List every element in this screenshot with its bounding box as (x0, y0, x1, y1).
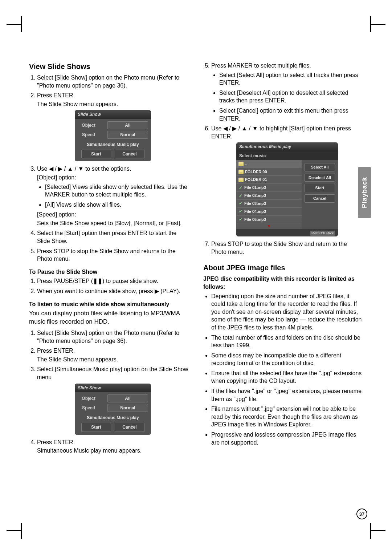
dialog-label-speed: Speed (78, 132, 99, 138)
list-item: Press ENTER. Simultaneous Music play men… (37, 438, 189, 455)
page-number: 37 (356, 509, 367, 519)
crop-mark (7, 24, 21, 25)
item-label: FOLDER 00 (245, 169, 267, 175)
list-item: Select [Slide Show] option on the Photo … (37, 329, 189, 345)
crop-mark (21, 16, 22, 32)
list-item-folder: FOLDER 01 (236, 176, 302, 184)
object-option-bullets: [Selected] Views slide show only selecte… (37, 183, 189, 209)
select-all-button: Select All (305, 163, 335, 171)
list-item-back: .. (236, 160, 302, 168)
list-item: Ensure that all the selected files have … (211, 369, 363, 385)
list-item: Select the [Start] option then press ENT… (37, 229, 189, 245)
item-label: FOLDER 01 (245, 177, 267, 182)
list-item-file: ✓ File 02.mp3 (236, 192, 302, 200)
item-label: .. (245, 161, 247, 167)
step-subtext: The Slide Show menu appears. (37, 356, 189, 364)
section-tab-playback: Playback (358, 167, 371, 218)
list-item: If the files have ".jpe" or ".jpeg" exte… (211, 387, 363, 403)
list-item: The total number of files and folders on… (211, 334, 363, 349)
list-item-file: ✓ File 03.mp3 (236, 200, 302, 208)
list-item-folder: FOLDER 00 (236, 168, 302, 176)
list-item: Select [Select All] option to select all… (219, 71, 363, 87)
crop-mark (21, 523, 22, 539)
list-item: Some discs may be incompatible due to a … (211, 352, 363, 367)
check-icon: ✓ (238, 186, 243, 190)
list-item: Select [Cancel] option to exit this menu… (219, 107, 363, 122)
step-subtext: The Slide Show menu appears. (37, 100, 189, 108)
step-subtext: Sets the Slide Show speed to [Slow], [No… (37, 219, 189, 227)
step-text: Press ENTER. (37, 92, 75, 98)
heading-view-slide-shows: View Slide Shows (29, 62, 189, 72)
list-item: Progressive and lossless compression JPE… (211, 431, 363, 446)
heading-pause-slide-show: To Pause the Slide Show (29, 268, 189, 276)
list-item: Select [Simultaneous Music play] option … (37, 365, 189, 434)
item-label: File 02.mp3 (244, 193, 266, 198)
list-item: Press STOP to stop the Slide Show and re… (211, 240, 363, 256)
crop-mark (370, 16, 371, 32)
heading-about-jpeg: About JPEG image files (203, 263, 363, 273)
crop-mark (371, 530, 385, 531)
item-label: File 03.mp3 (244, 201, 266, 206)
list-item: Select [Slide Show] option on the Photo … (37, 74, 189, 89)
crop-mark (371, 24, 385, 25)
list-item: Select [Deselect All] option to deselect… (219, 89, 363, 105)
step-text: Use ◀ / ▶ / ▲ / ▼ to highlight [Start] o… (211, 125, 351, 139)
dialog-footer: MARKER Mark (236, 229, 338, 236)
step-text: Use ◀ / ▶ / ▲ / ▼ to set the options. (37, 166, 131, 172)
list-item-file: ✓ File 01.mp3 (236, 184, 302, 192)
dialog-value-object: All (107, 394, 148, 402)
slide-show-dialog: Slide Show Object All Speed Normal Simul… (75, 384, 151, 435)
crop-mark (7, 530, 21, 531)
dialog-cancel-button: Cancel (115, 423, 144, 432)
deselect-all-button: Deselect All (305, 174, 335, 182)
list-item: Press STOP to stop the Slide Show and re… (37, 247, 189, 263)
scroll-down-icon: ▼ (236, 223, 302, 229)
check-icon: ✓ (238, 218, 243, 221)
step-subtext: [Object] option: (37, 174, 189, 182)
cancel-button: Cancel (305, 194, 335, 203)
folder-icon (238, 170, 244, 174)
list-item-file: ✓ File 04.mp3 (236, 208, 302, 216)
dialog-title: Simultaneous Music play (236, 142, 338, 151)
steps-slide-show: Select [Slide Show] option on the Photo … (29, 74, 189, 263)
dialog-subtitle: Select music (236, 151, 338, 160)
folder-icon (238, 162, 244, 166)
list-item: Press ENTER. The Slide Show menu appears… (37, 92, 189, 161)
dialog-start-button: Start (81, 150, 111, 158)
right-column: Press MARKER to select multiple files. S… (203, 62, 363, 458)
music-intro-text: You can display photo files while listen… (29, 309, 189, 326)
document-page: Playback 37 View Slide Shows Select [Sli… (0, 0, 392, 555)
jpeg-compat-bullets: Depending upon the size and number of JP… (203, 292, 363, 447)
step-text: Press ENTER. (37, 348, 75, 354)
music-side-buttons: Select All Deselect All Start Cancel (302, 160, 338, 229)
step-text: Press MARKER to select multiple files. (211, 62, 311, 69)
dialog-sim-music-label: Simultaneous Music play (78, 140, 148, 150)
subheading-jpeg-compat: JPEG disc compatibility with this record… (203, 275, 363, 291)
steps-music: Select [Slide Show] option on the Photo … (29, 329, 189, 455)
dialog-label-speed: Speed (78, 405, 99, 411)
dialog-value-object: All (107, 121, 148, 129)
folder-icon (238, 178, 244, 182)
list-item: [All] Views slide show all files. (45, 201, 189, 209)
steps-pause: Press PAUSE/STEP (❚❚) to pause slide sho… (29, 277, 189, 295)
step-text: Select [Slide Show] option on the Photo … (37, 74, 179, 89)
dialog-start-button: Start (81, 423, 111, 432)
check-icon: ✓ (238, 210, 243, 213)
dialog-sim-music-label: Simultaneous Music play (78, 413, 148, 423)
list-item: Press PAUSE/STEP (❚❚) to pause slide sho… (37, 277, 189, 285)
step-text: Press ENTER. (37, 439, 75, 445)
dialog-title: Slide Show (75, 110, 151, 119)
check-icon: ✓ (238, 194, 243, 198)
crop-mark (370, 523, 371, 539)
music-file-list: .. FOLDER 00 FOLDER 01 (236, 160, 302, 229)
music-play-dialog: Simultaneous Music play Select music .. (236, 142, 338, 236)
list-item: Press ENTER. The Slide Show menu appears… (37, 347, 189, 363)
list-item: Use ◀ / ▶ / ▲ / ▼ to set the options. [O… (37, 165, 189, 227)
marker-hint: MARKER Mark (310, 231, 335, 236)
list-item: When you want to continue slide show, pr… (37, 287, 189, 295)
step-subtext: [Speed] option: (37, 211, 189, 219)
dialog-label-object: Object (78, 396, 99, 401)
left-column: View Slide Shows Select [Slide Show] opt… (29, 62, 189, 458)
step-subtext: Simultaneous Music play menu appears. (37, 447, 189, 455)
dialog-value-speed: Normal (107, 131, 148, 139)
